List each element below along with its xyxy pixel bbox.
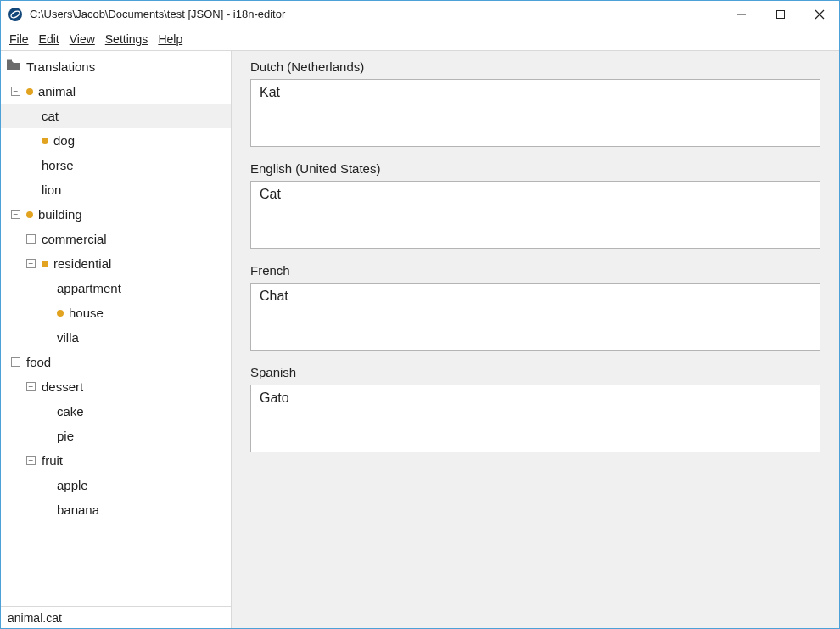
window-controls bbox=[722, 1, 839, 27]
field-label: Spanish bbox=[250, 365, 820, 379]
svg-rect-3 bbox=[777, 10, 785, 18]
tree-node-animal[interactable]: − animal bbox=[1, 79, 231, 104]
app-icon bbox=[8, 7, 23, 22]
tree-root-label: Translations bbox=[26, 59, 95, 74]
tree-label: banana bbox=[57, 503, 99, 517]
tree-leaf-cake[interactable]: cake bbox=[1, 399, 231, 424]
translation-field-dutch: Dutch (Netherlands) bbox=[250, 59, 820, 149]
modified-dot-icon bbox=[57, 310, 64, 317]
field-label: French bbox=[250, 263, 820, 278]
menu-edit[interactable]: Edit bbox=[36, 31, 63, 47]
tree-label: building bbox=[38, 207, 82, 222]
content-area: Translations − animal cat bbox=[1, 50, 839, 628]
menu-settings[interactable]: Settings bbox=[102, 31, 152, 47]
modified-dot-icon bbox=[42, 138, 48, 144]
sidebar: Translations − animal cat bbox=[1, 51, 232, 628]
modified-dot-icon bbox=[26, 211, 33, 218]
tree-leaf-dog[interactable]: dog bbox=[1, 128, 231, 153]
tree-leaf-house[interactable]: house bbox=[1, 300, 231, 325]
translation-input-french[interactable] bbox=[250, 283, 820, 351]
translation-field-french: French bbox=[250, 263, 820, 353]
menu-help[interactable]: Help bbox=[154, 31, 186, 47]
tree-label: commercial bbox=[42, 232, 107, 246]
title-bar: C:\Users\Jacob\Documents\test [JSON] - i… bbox=[1, 1, 839, 28]
modified-dot-icon bbox=[42, 261, 48, 267]
editor-panel: Dutch (Netherlands) English (United Stat… bbox=[232, 51, 839, 628]
tree-node-residential[interactable]: − residential bbox=[1, 251, 231, 276]
field-label: English (United States) bbox=[250, 161, 820, 176]
tree-label: apple bbox=[57, 478, 88, 492]
tree-label: cat bbox=[42, 109, 59, 123]
tree-label: villa bbox=[57, 330, 79, 345]
tree-label: animal bbox=[38, 84, 76, 98]
tree-node-dessert[interactable]: − dessert bbox=[1, 374, 231, 399]
maximize-button[interactable] bbox=[761, 1, 800, 27]
modified-dot-icon bbox=[26, 88, 33, 95]
translation-field-english: English (United States) bbox=[250, 161, 820, 251]
tree-root[interactable]: Translations bbox=[1, 54, 231, 79]
tree-leaf-pie[interactable]: pie bbox=[1, 424, 231, 448]
tree-label: dessert bbox=[42, 379, 83, 394]
tree-label: food bbox=[26, 355, 51, 369]
svg-point-0 bbox=[8, 8, 22, 21]
collapse-icon[interactable]: − bbox=[26, 382, 36, 391]
svg-rect-6 bbox=[7, 60, 12, 63]
status-path: animal.cat bbox=[8, 611, 62, 625]
tree-leaf-lion[interactable]: lion bbox=[1, 177, 231, 202]
tree-leaf-villa[interactable]: villa bbox=[1, 325, 231, 350]
menu-bar: File Edit View Settings Help bbox=[1, 28, 839, 50]
status-bar: animal.cat bbox=[1, 606, 231, 628]
window-title: C:\Users\Jacob\Documents\test [JSON] - i… bbox=[30, 8, 722, 20]
tree-node-fruit[interactable]: − fruit bbox=[1, 448, 231, 473]
tree-label: cake bbox=[57, 404, 84, 418]
menu-view[interactable]: View bbox=[66, 31, 98, 47]
tree-label: dog bbox=[53, 133, 75, 148]
tree-leaf-horse[interactable]: horse bbox=[1, 153, 231, 177]
collapse-icon[interactable]: − bbox=[11, 357, 20, 367]
close-button[interactable] bbox=[800, 1, 839, 27]
tree-label: residential bbox=[53, 256, 111, 271]
tree-node-food[interactable]: − food bbox=[1, 350, 231, 374]
menu-file[interactable]: File bbox=[6, 31, 32, 47]
field-label: Dutch (Netherlands) bbox=[250, 59, 820, 74]
translation-field-spanish: Spanish bbox=[250, 365, 820, 455]
app-window: C:\Users\Jacob\Documents\test [JSON] - i… bbox=[0, 0, 840, 629]
folder-icon bbox=[6, 59, 21, 74]
tree-node-commercial[interactable]: + commercial bbox=[1, 227, 231, 251]
tree-leaf-apple[interactable]: apple bbox=[1, 473, 231, 497]
translation-input-english[interactable] bbox=[250, 181, 820, 249]
tree-label: lion bbox=[42, 183, 61, 197]
tree-label: house bbox=[69, 306, 104, 320]
collapse-icon[interactable]: − bbox=[26, 456, 36, 465]
tree-label: fruit bbox=[42, 453, 63, 468]
translation-tree: Translations − animal cat bbox=[1, 51, 231, 606]
tree-leaf-cat[interactable]: cat bbox=[1, 104, 231, 128]
minimize-button[interactable] bbox=[722, 1, 761, 27]
tree-node-building[interactable]: − building bbox=[1, 202, 231, 227]
collapse-icon[interactable]: − bbox=[11, 210, 20, 219]
translation-input-spanish[interactable] bbox=[250, 385, 820, 452]
translation-input-dutch[interactable] bbox=[250, 79, 820, 147]
collapse-icon[interactable]: − bbox=[11, 87, 20, 96]
tree-leaf-appartment[interactable]: appartment bbox=[1, 276, 231, 300]
expand-icon[interactable]: + bbox=[26, 234, 36, 244]
tree-label: horse bbox=[42, 158, 74, 172]
tree-leaf-banana[interactable]: banana bbox=[1, 497, 231, 522]
collapse-icon[interactable]: − bbox=[26, 259, 36, 268]
tree-label: appartment bbox=[57, 281, 121, 295]
tree-label: pie bbox=[57, 429, 74, 443]
